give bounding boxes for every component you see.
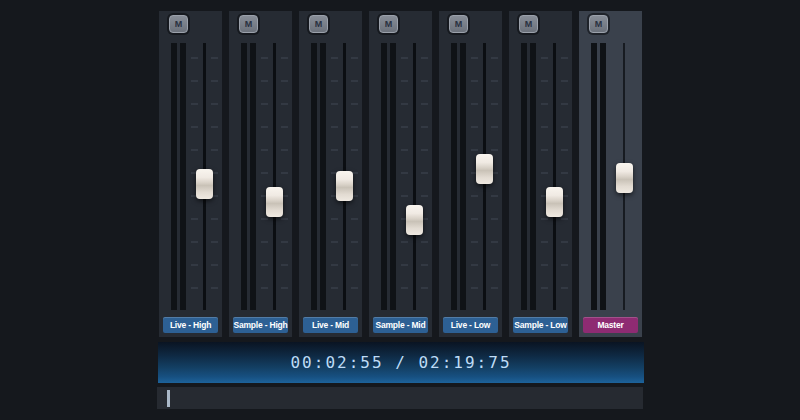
volume-fader-sample-high[interactable] [261,43,288,310]
mute-button-sample-high[interactable]: M [239,15,258,33]
fader-ticks-right [421,57,428,300]
fader-track[interactable] [413,43,416,310]
app-background: M Live - High M Sample - High M [0,0,800,420]
fader-ticks-left [401,57,408,300]
fader-handle-sample-low[interactable] [546,187,563,217]
volume-fader-master[interactable] [611,43,638,310]
mute-button-live-low[interactable]: M [449,15,468,33]
mute-button-master[interactable]: M [589,15,608,33]
meter-bar-left [241,43,247,310]
text-caret [167,390,170,407]
fader-handle-live-high[interactable] [196,169,213,199]
meter-bar-left [451,43,457,310]
meter-bar-right [460,43,466,310]
fader-handle-live-low[interactable] [476,154,493,184]
volume-fader-sample-low[interactable] [541,43,568,310]
fader-ticks-left [261,57,268,300]
level-meters [451,43,466,310]
fader-ticks-right [281,57,288,300]
fader-ticks-right [561,57,568,300]
channel-label-live-low[interactable]: Live - Low [443,317,498,333]
time-display-bar: 00:02:55 / 02:19:75 [158,342,644,383]
meter-bar-right [320,43,326,310]
meter-bar-left [171,43,177,310]
level-meters [241,43,256,310]
meter-bar-right [180,43,186,310]
channel-label-live-high[interactable]: Live - High [163,317,218,333]
channel-label-sample-low[interactable]: Sample - Low [513,317,568,333]
level-meters [521,43,536,310]
meter-bar-left [591,43,597,310]
fader-handle-sample-mid[interactable] [406,205,423,235]
meter-bar-right [250,43,256,310]
meter-bar-right [530,43,536,310]
mute-button-live-high[interactable]: M [169,15,188,33]
volume-fader-sample-mid[interactable] [401,43,428,310]
mute-button-sample-mid[interactable]: M [379,15,398,33]
level-meters [171,43,186,310]
level-meters [381,43,396,310]
channel-strip-live-high: M Live - High [159,11,222,337]
fader-handle-master[interactable] [616,163,633,193]
channel-label-sample-mid[interactable]: Sample - Mid [373,317,428,333]
channel-label-sample-high[interactable]: Sample - High [233,317,288,333]
channel-label-live-mid[interactable]: Live - Mid [303,317,358,333]
volume-fader-live-mid[interactable] [331,43,358,310]
mute-button-live-mid[interactable]: M [309,15,328,33]
meter-bar-left [311,43,317,310]
fader-handle-live-mid[interactable] [336,171,353,201]
channel-label-master[interactable]: Master [583,317,638,333]
meter-bar-right [600,43,606,310]
channel-strip-live-mid: M Live - Mid [299,11,362,337]
command-input[interactable] [157,387,643,409]
fader-handle-sample-high[interactable] [266,187,283,217]
meter-bar-right [390,43,396,310]
level-meters [311,43,326,310]
fader-track[interactable] [553,43,556,310]
fader-ticks-left [541,57,548,300]
channel-strip-sample-mid: M Sample - Mid [369,11,432,337]
level-meters [591,43,606,310]
meter-bar-left [381,43,387,310]
meter-bar-left [521,43,527,310]
channel-strip-live-low: M Live - Low [439,11,502,337]
mute-button-sample-low[interactable]: M [519,15,538,33]
volume-fader-live-high[interactable] [191,43,218,310]
fader-track[interactable] [273,43,276,310]
mixer-panel: M Live - High M Sample - High M [159,11,642,337]
channel-strip-sample-low: M Sample - Low [509,11,572,337]
channel-strip-master: M Master [579,11,642,337]
volume-fader-live-low[interactable] [471,43,498,310]
channel-strip-sample-high: M Sample - High [229,11,292,337]
time-display: 00:02:55 / 02:19:75 [290,353,511,372]
